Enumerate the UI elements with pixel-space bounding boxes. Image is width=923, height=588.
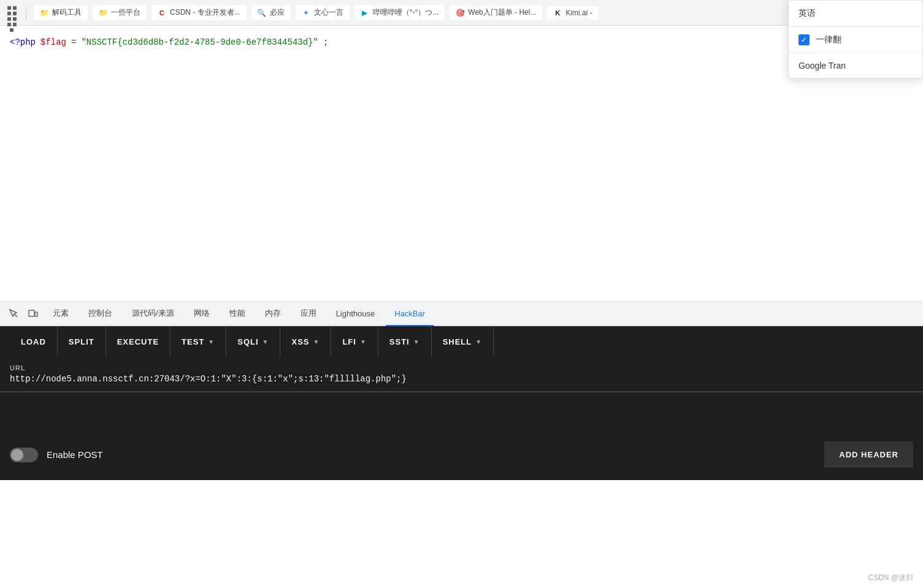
kimi-icon: K [553,9,562,17]
sqli-button[interactable]: SQLI ▼ [226,326,280,357]
php-var: $flag [40,36,66,49]
bilibili-icon: ▶ [361,9,369,17]
translate-checkbox: ✓ [799,34,810,45]
code-line-1: <?php $flag = "NSSCTF{cd3d6d8b-f2d2-4785… [10,36,913,49]
lfi-button[interactable]: LFI ▼ [331,326,378,357]
tab-platforms[interactable]: 📁 一些平台 [93,5,147,20]
tab-console[interactable]: 控制台 [80,302,121,326]
tab-lighthouse[interactable]: Lighthouse [327,302,384,326]
php-semicolon: ; [323,36,328,49]
tab-application[interactable]: 应用 [292,302,325,326]
tab-web[interactable]: 🎯 Web入门题单 - Hel... [450,5,542,20]
tab-biying[interactable]: 🔍 必应 [251,5,291,20]
svg-rect-2 [35,312,37,316]
shell-dropdown-icon: ▼ [475,338,482,345]
folder-icon: 📁 [40,9,48,17]
test-dropdown-icon: ▼ [208,338,215,345]
browser-toolbar: 📁 解码工具 📁 一些平台 C CSDN - 专业开发者... 🔍 必应 ✦ 文… [0,0,923,26]
tab-elements[interactable]: 元素 [44,302,77,326]
translate-google-option[interactable]: Google Tran [789,53,922,78]
toggle-knob [11,449,23,461]
enable-post-toggle[interactable] [10,448,38,462]
tab-bilibili[interactable]: ▶ 哔哩哔哩（°-°）つ... [354,5,445,20]
xss-button[interactable]: XSS ▼ [280,326,331,357]
main-content-area: <?php $flag = "NSSCTF{cd3d6d8b-f2d2-4785… [0,26,923,302]
tab-wenxin[interactable]: ✦ 文心一言 [296,5,350,20]
web-icon: 🎯 [456,9,464,17]
enable-post-label: Enable POST [47,449,103,460]
folder-icon: 📁 [99,9,107,17]
tab-csdn[interactable]: C CSDN - 专业开发者... [151,5,247,20]
xss-dropdown-icon: ▼ [313,338,320,345]
tab-sources[interactable]: 源代码/来源 [123,302,183,326]
enable-post-section: Enable POST [10,448,103,462]
csdn-icon: C [158,9,166,17]
svg-rect-1 [29,310,34,316]
translate-header: 英语 [789,1,922,27]
load-button[interactable]: LOAD [10,326,58,357]
tab-kimi[interactable]: K Kimi.ai - [547,6,598,20]
device-toolbar-icon[interactable] [25,305,42,322]
sqli-dropdown-icon: ▼ [262,338,269,345]
csdn-watermark: CSDN @迷归 [868,573,913,583]
php-equals: = [71,36,76,49]
tab-performance[interactable]: 性能 [221,302,254,326]
hackbar-toolbar: LOAD SPLIT EXECUTE TEST ▼ SQLI ▼ XSS ▼ L… [0,326,923,357]
tab-memory[interactable]: 内存 [256,302,289,326]
shell-button[interactable]: SHELL ▼ [432,326,494,357]
lfi-dropdown-icon: ▼ [360,338,367,345]
php-open-tag: <?php [10,36,36,49]
tab-decode[interactable]: 📁 解码工具 [34,5,88,20]
tab-network[interactable]: 网络 [185,302,218,326]
php-value: "NSSCTF{cd3d6d8b-f2d2-4785-9de0-6e7f8344… [81,36,318,49]
add-header-button[interactable]: ADD HEADER [824,441,913,468]
ssti-button[interactable]: SSTI ▼ [378,326,432,357]
ssti-dropdown-icon: ▼ [413,338,420,345]
translate-popup: 英语 ✓ 一律翻 Google Tran [788,0,923,78]
bottom-area: Enable POST ADD HEADER [0,429,923,480]
execute-button[interactable]: EXECUTE [106,326,170,357]
toolbar-divider [26,6,26,20]
svg-line-0 [14,314,17,317]
wenxin-icon: ✦ [302,9,310,17]
search-icon: 🔍 [258,9,266,17]
test-button[interactable]: TEST ▼ [170,326,226,357]
url-label: URL [10,364,913,372]
split-button[interactable]: SPLIT [58,326,106,357]
apps-grid-icon[interactable] [5,6,18,20]
empty-area [0,392,923,429]
url-area: URL http://node5.anna.nssctf.cn:27043/?x… [0,357,923,392]
tab-hackbar[interactable]: HackBar [386,302,434,326]
inspect-element-icon[interactable] [5,305,22,322]
url-value[interactable]: http://node5.anna.nssctf.cn:27043/?x=O:1… [10,374,913,391]
translate-option-always[interactable]: ✓ 一律翻 [789,27,922,53]
devtools-toolbar: 元素 控制台 源代码/来源 网络 性能 内存 应用 Lighthouse Hac… [0,302,923,326]
